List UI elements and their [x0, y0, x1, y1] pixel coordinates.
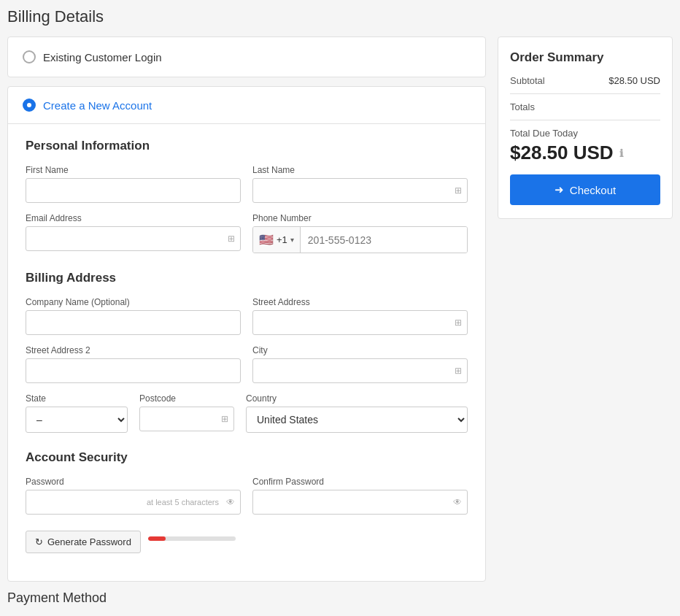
generate-password-label: Generate Password [47, 536, 131, 547]
state-group: State – [26, 393, 128, 433]
street-label: Street Address [252, 297, 468, 307]
first-name-group: First Name [26, 165, 241, 203]
state-select[interactable]: – [26, 407, 128, 433]
postcode-icon: ⊞ [221, 414, 228, 424]
new-account-section: Create a New Account Personal Informatio… [7, 86, 486, 582]
new-account-label: Create a New Account [43, 99, 152, 112]
generate-password-button[interactable]: ↻ Generate Password [26, 531, 141, 553]
contact-row: Email Address ⊞ Phone Number 🇺🇸 +1 [26, 213, 468, 253]
total-due-label: Total Due Today [510, 128, 660, 139]
password-hint: at least 5 characters [147, 498, 219, 507]
phone-country-selector[interactable]: 🇺🇸 +1 ▾ [253, 227, 301, 253]
phone-field: 🇺🇸 +1 ▾ [252, 226, 468, 253]
company-street-row: Company Name (Optional) Street Address ⊞ [26, 297, 468, 335]
phone-code: +1 [277, 234, 287, 245]
phone-flag: 🇺🇸 [259, 233, 274, 247]
postcode-label: Postcode [139, 393, 234, 404]
payment-method-title: Payment Method [7, 590, 486, 606]
email-wrapper: ⊞ [26, 226, 241, 251]
street2-city-row: Street Address 2 City ⊞ [26, 345, 468, 383]
order-summary-title: Order Summary [510, 50, 660, 65]
subtotal-row: Subtotal $28.50 USD [510, 75, 660, 86]
first-name-input[interactable] [26, 178, 241, 203]
street-icon: ⊞ [455, 317, 462, 328]
street2-group: Street Address 2 [26, 345, 241, 383]
confirm-password-group: Confirm Password 👁 [252, 477, 468, 553]
checkout-arrow-icon: ➜ [555, 183, 564, 196]
postcode-group: Postcode ⊞ [139, 393, 234, 433]
street-group: Street Address ⊞ [252, 297, 468, 335]
left-panel: Existing Customer Login Create a New Acc… [7, 36, 486, 616]
password-label: Password [26, 477, 241, 487]
last-name-input[interactable] [252, 178, 468, 203]
total-amount: $28.50 USD ℹ [510, 142, 660, 164]
city-group: City ⊞ [252, 345, 468, 383]
checkout-label: Checkout [570, 184, 616, 196]
personal-info-title: Personal Information [26, 139, 468, 153]
page-title: Billing Details [7, 7, 673, 26]
billing-address-title: Billing Address [26, 271, 468, 285]
last-name-group: Last Name ⊞ [252, 165, 468, 203]
info-icon[interactable]: ℹ [619, 147, 623, 159]
email-icon: ⊞ [228, 234, 235, 244]
country-group: Country United States [246, 393, 468, 433]
last-name-icon: ⊞ [455, 185, 462, 196]
order-divider [510, 93, 660, 94]
totals-row: Totals [510, 101, 660, 112]
street2-label: Street Address 2 [26, 345, 241, 355]
postcode-input[interactable] [139, 407, 234, 431]
total-amount-value: $28.50 USD [510, 142, 614, 164]
company-label: Company Name (Optional) [26, 297, 241, 307]
city-wrapper: ⊞ [252, 358, 468, 383]
existing-customer-radio[interactable] [23, 50, 36, 63]
password-generate-row: ↻ Generate Password [26, 523, 241, 553]
last-name-wrapper: ⊞ [252, 178, 468, 203]
phone-label: Phone Number [252, 213, 468, 223]
first-name-label: First Name [26, 165, 241, 175]
new-account-header[interactable]: Create a New Account [8, 87, 485, 124]
confirm-password-label: Confirm Password [252, 477, 468, 487]
right-panel: Order Summary Subtotal $28.50 USD Totals… [498, 36, 673, 219]
existing-customer-section[interactable]: Existing Customer Login [7, 36, 486, 77]
password-strength-fill [148, 536, 166, 541]
checkout-button[interactable]: ➜ Checkout [510, 174, 660, 205]
street-wrapper: ⊞ [252, 310, 468, 335]
state-postcode-country-row: State – Postcode ⊞ [26, 393, 468, 433]
name-row: First Name Last Name ⊞ [26, 165, 468, 203]
phone-chevron-icon: ▾ [290, 236, 294, 244]
password-wrapper: at least 5 characters 👁 [26, 490, 241, 515]
city-input[interactable] [252, 358, 468, 383]
street-input[interactable] [252, 310, 468, 335]
confirm-password-toggle-icon[interactable]: 👁 [453, 497, 462, 507]
country-select[interactable]: United States [246, 407, 468, 433]
password-toggle-icon[interactable]: 👁 [226, 497, 235, 507]
state-label: State [26, 393, 128, 404]
street2-input[interactable] [26, 358, 241, 383]
password-group: Password at least 5 characters 👁 ↻ Gener… [26, 477, 241, 553]
email-input[interactable] [26, 226, 241, 251]
password-strength-bar [148, 536, 236, 541]
password-row: Password at least 5 characters 👁 ↻ Gener… [26, 477, 468, 553]
company-group: Company Name (Optional) [26, 297, 241, 335]
totals-label: Totals [510, 101, 535, 112]
email-group: Email Address ⊞ [26, 213, 241, 253]
account-security-section: Account Security Password at least 5 cha… [26, 450, 468, 553]
last-name-label: Last Name [252, 165, 468, 175]
new-account-radio[interactable] [23, 99, 36, 112]
email-label: Email Address [26, 213, 241, 223]
order-divider-2 [510, 120, 660, 120]
billing-address-section: Billing Address Company Name (Optional) … [26, 271, 468, 433]
refresh-icon: ↻ [35, 536, 43, 547]
order-summary-card: Order Summary Subtotal $28.50 USD Totals… [498, 36, 673, 219]
confirm-password-input[interactable] [252, 490, 468, 515]
confirm-password-wrapper: 👁 [252, 490, 468, 515]
city-label: City [252, 345, 468, 355]
company-input[interactable] [26, 310, 241, 335]
phone-group: Phone Number 🇺🇸 +1 ▾ [252, 213, 468, 253]
subtotal-label: Subtotal [510, 75, 545, 86]
account-security-title: Account Security [26, 450, 468, 465]
postcode-wrapper: ⊞ [139, 407, 234, 431]
phone-input[interactable] [301, 227, 467, 253]
existing-customer-label: Existing Customer Login [43, 51, 162, 63]
city-icon: ⊞ [455, 366, 462, 376]
